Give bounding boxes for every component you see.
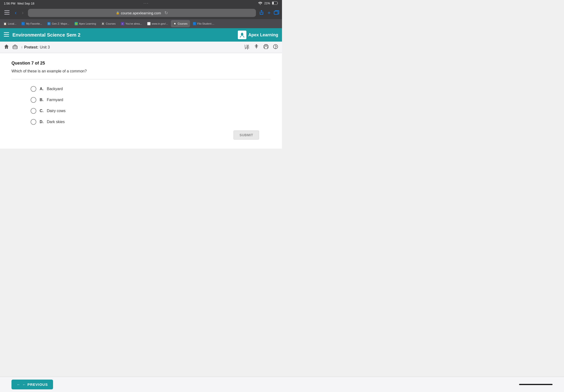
tab-favicon-youve: ≡ (121, 22, 124, 25)
tab-favicon-genz: BI (47, 22, 51, 25)
answer-options: A. Backyard B. Farmyard C. Dairy cows D.… (12, 86, 271, 125)
tab-favicon-apex: 🟢 (75, 22, 78, 25)
address-bar[interactable]: 🔒 course.apexlearning.com ↻ (28, 9, 256, 17)
apex-logo: Apex Learning (238, 31, 278, 39)
tab-courses2[interactable]: ✖ Courses (171, 20, 190, 27)
svg-rect-4 (4, 14, 10, 14)
pretest-label: ↑ Pretest: Unit 3 (21, 45, 50, 49)
new-tab-button[interactable]: + (267, 10, 271, 16)
tabs-bar: 📋 Local... 🔵 My Favorite... BI Gen Z: Ma… (0, 19, 282, 28)
toolbar-left: ↑ Pretest: Unit 3 (4, 44, 50, 50)
share-button[interactable] (259, 10, 264, 16)
brand-name: Apex Learning (248, 32, 278, 38)
course-title: Environmental Science Sem 2 (13, 32, 81, 38)
tab-label-local: Local... (8, 22, 16, 25)
submit-area: SUBMIT (12, 125, 271, 140)
tab-label-ingov: www.in.gov/... (152, 22, 168, 25)
tab-favicon-courses: A (101, 22, 105, 25)
svg-rect-1 (273, 2, 274, 4)
svg-rect-2 (4, 10, 10, 11)
answer-option-c[interactable]: C. Dairy cows (31, 108, 271, 114)
pretest-text: Pretest: (24, 45, 39, 49)
apex-logo-icon (238, 31, 246, 39)
divider (12, 79, 271, 79)
svg-rect-5 (274, 11, 278, 14)
svg-rect-14 (264, 47, 267, 49)
toolbar-right: 译 (244, 44, 278, 51)
tab-courses[interactable]: A Courses (99, 20, 118, 27)
main-content: Question 7 of 25 Which of these is an ex… (0, 53, 282, 149)
tab-youve[interactable]: ≡ You've alrea... (119, 20, 144, 27)
answer-option-d[interactable]: D. Dark skies (31, 119, 271, 125)
print-icon[interactable] (263, 44, 269, 50)
svg-point-9 (241, 33, 243, 35)
tab-apex[interactable]: 🟢 Apex Learning (72, 20, 98, 27)
tab-genz[interactable]: BI Gen Z: Major... (45, 20, 72, 27)
browser-bar: ‹ › 🔒 course.apexlearning.com ↻ + (0, 7, 282, 19)
menu-icon[interactable] (4, 32, 9, 38)
tab-favicon-ingov (147, 22, 151, 25)
svg-rect-6 (4, 32, 9, 33)
tabs-button[interactable] (274, 10, 279, 16)
tab-label-genz: Gen Z: Major... (52, 22, 69, 25)
answer-letter-a: A. (40, 87, 43, 91)
toolbar: ↑ Pretest: Unit 3 译 (0, 42, 282, 53)
question-number: Question 7 of 25 (12, 61, 271, 66)
answer-letter-d: D. (40, 120, 43, 124)
tab-filo[interactable]: 🔵 Filo Student:... (191, 20, 217, 27)
battery-icon (272, 1, 278, 5)
tab-local[interactable]: 📋 Local... (1, 20, 19, 27)
answer-option-a[interactable]: A. Backyard (31, 86, 271, 92)
help-icon[interactable] (273, 44, 278, 50)
tab-ingov[interactable]: www.in.gov/... (145, 20, 170, 27)
back-button[interactable]: ‹ (14, 9, 18, 17)
answer-text-c: Dairy cows (47, 109, 66, 113)
browser-controls: ‹ › (3, 9, 25, 17)
svg-rect-3 (4, 12, 10, 13)
tab-favicon-filo: 🔵 (193, 22, 196, 25)
accessibility-icon[interactable] (254, 44, 259, 50)
wifi-icon (258, 1, 262, 5)
question-text: Which of these is an example of a common… (12, 69, 271, 73)
answer-option-b[interactable]: B. Farmyard (31, 97, 271, 103)
radio-a[interactable] (31, 86, 36, 92)
answer-text-d: Dark skies (47, 120, 65, 124)
up-arrow-icon: ↑ (21, 45, 23, 49)
svg-rect-7 (4, 34, 9, 35)
status-right: 21% (258, 1, 278, 5)
answer-letter-b: B. (40, 98, 43, 102)
content-wrapper: Question 7 of 25 Which of these is an ex… (0, 53, 282, 149)
tab-label-filo: Filo Student:... (197, 22, 214, 25)
home-icon[interactable] (4, 44, 9, 50)
header-left: Environmental Science Sem 2 (4, 32, 81, 38)
battery: 21% (264, 2, 270, 5)
svg-rect-8 (4, 36, 9, 37)
svg-point-16 (275, 48, 276, 49)
tab-label-youve: You've alrea... (125, 22, 142, 25)
status-left: 1:56 PM Wed Sep 18 (4, 2, 34, 5)
sidebar-toggle-button[interactable] (3, 9, 11, 17)
date: Wed Sep 18 (17, 2, 34, 5)
answer-letter-c: C. (40, 109, 43, 113)
svg-point-12 (256, 44, 257, 45)
forward-button[interactable]: › (20, 9, 25, 17)
app-header: Environmental Science Sem 2 Apex Learnin… (0, 28, 282, 42)
tab-myfav[interactable]: 🔵 My Favorite... (19, 20, 44, 27)
radio-c[interactable] (31, 108, 36, 114)
tab-favicon-myfav: 🔵 (22, 22, 25, 25)
tab-favicon-courses2: ✖ (173, 22, 177, 25)
radio-b[interactable] (31, 97, 36, 103)
answer-text-a: Backyard (47, 87, 63, 91)
time: 1:56 PM (4, 2, 15, 5)
tab-label-myfav: My Favorite... (26, 22, 42, 25)
tab-label-courses: Courses (106, 22, 116, 25)
radio-d[interactable] (31, 119, 36, 125)
tab-label-courses2: Courses (178, 22, 188, 25)
browser-actions: + (259, 10, 279, 16)
submit-button[interactable]: SUBMIT (234, 130, 259, 140)
translate-icon[interactable]: 译 (244, 44, 249, 51)
briefcase-icon[interactable] (13, 44, 18, 50)
url-text: course.apexlearning.com (121, 11, 161, 15)
tab-label-apex: Apex Learning (79, 22, 96, 25)
refresh-button[interactable]: ↻ (165, 10, 168, 15)
